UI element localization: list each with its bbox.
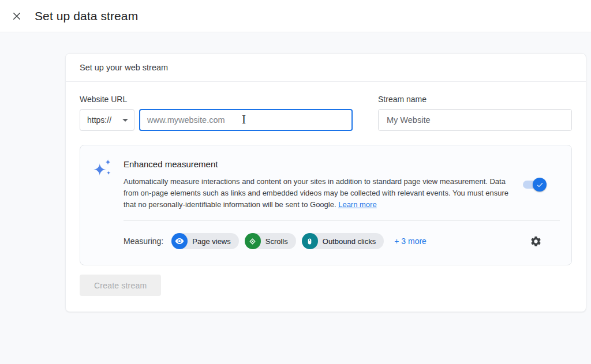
chip-label: Outbound clicks [323, 237, 376, 246]
chip-page-views: Page views [171, 233, 238, 249]
close-icon[interactable] [7, 6, 27, 26]
card-title: Set up your web stream [66, 54, 586, 82]
chip-label: Page views [192, 237, 230, 246]
stream-form-row: Website URL https:// I Stream name [80, 95, 572, 131]
mouse-icon [302, 233, 318, 249]
chevron-down-icon [122, 119, 128, 122]
enhanced-measurement-panel: Enhanced measurement Automatically measu… [80, 145, 572, 265]
learn-more-link[interactable]: Learn more [338, 200, 376, 209]
website-url-input[interactable] [139, 109, 353, 131]
create-stream-button[interactable]: Create stream [80, 275, 161, 296]
main-area: Set up your web stream Website URL https… [0, 32, 591, 312]
chip-outbound-clicks: Outbound clicks [302, 233, 384, 249]
dialog-header: Set up data stream [0, 0, 591, 32]
enhanced-measurement-title: Enhanced measurement [124, 159, 561, 169]
check-icon [536, 181, 544, 189]
eye-icon [171, 233, 188, 249]
scroll-icon [245, 233, 261, 249]
website-url-label: Website URL [80, 95, 353, 104]
protocol-value: https:// [87, 115, 111, 125]
protocol-select[interactable]: https:// [80, 109, 134, 131]
chip-label: Scrolls [265, 237, 288, 246]
website-url-field: Website URL https:// I [80, 95, 353, 131]
stream-name-input[interactable] [378, 109, 572, 131]
description-text: Automatically measure interactions and c… [124, 177, 508, 209]
page-title: Set up data stream [35, 9, 138, 23]
stream-name-field: Stream name [378, 95, 572, 131]
enhanced-measurement-toggle[interactable] [523, 181, 543, 189]
stream-name-label: Stream name [378, 95, 572, 104]
card-footer: Create stream [66, 265, 586, 312]
sparkle-icon [93, 157, 112, 265]
card-body: Website URL https:// I Stream name [66, 82, 586, 265]
toggle-thumb [533, 178, 547, 192]
measuring-label: Measuring: [124, 237, 163, 246]
measuring-row: Measuring: Page views [124, 221, 561, 265]
chip-scrolls: Scrolls [245, 233, 296, 249]
enhanced-measurement-description: Automatically measure interactions and c… [124, 176, 509, 211]
more-chips-link[interactable]: + 3 more [394, 237, 427, 246]
gear-icon[interactable] [528, 233, 544, 249]
close-x-glyph [12, 11, 22, 21]
web-stream-card: Set up your web stream Website URL https… [65, 53, 586, 312]
